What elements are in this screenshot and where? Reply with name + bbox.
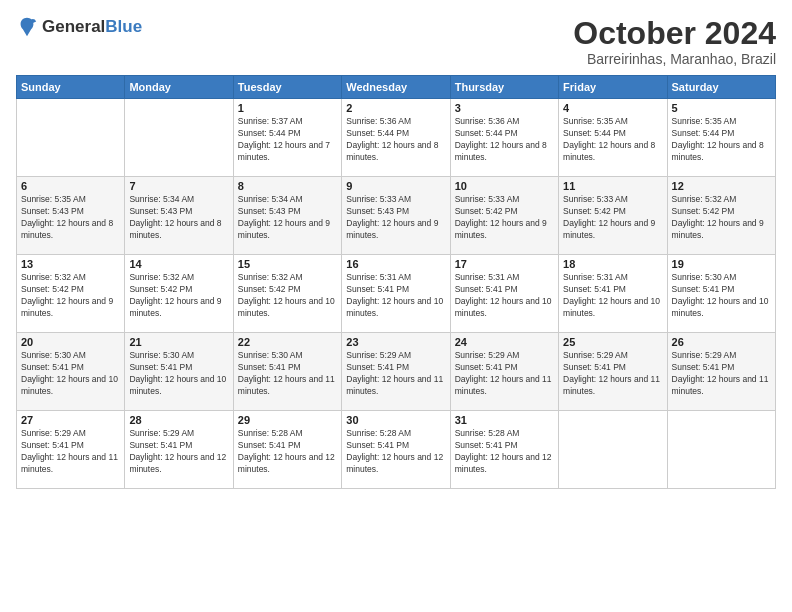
day-number: 28 (129, 414, 228, 426)
day-info: Sunrise: 5:31 AM Sunset: 5:41 PM Dayligh… (563, 272, 662, 320)
day-info: Sunrise: 5:28 AM Sunset: 5:41 PM Dayligh… (346, 428, 445, 476)
cell-2-2: 15Sunrise: 5:32 AM Sunset: 5:42 PM Dayli… (233, 255, 341, 333)
logo-blue: Blue (105, 17, 142, 36)
cell-2-4: 17Sunrise: 5:31 AM Sunset: 5:41 PM Dayli… (450, 255, 558, 333)
cell-0-3: 2Sunrise: 5:36 AM Sunset: 5:44 PM Daylig… (342, 99, 450, 177)
day-number: 27 (21, 414, 120, 426)
day-info: Sunrise: 5:37 AM Sunset: 5:44 PM Dayligh… (238, 116, 337, 164)
day-info: Sunrise: 5:29 AM Sunset: 5:41 PM Dayligh… (129, 428, 228, 476)
day-number: 12 (672, 180, 771, 192)
header-sunday: Sunday (17, 76, 125, 99)
cell-0-1 (125, 99, 233, 177)
cell-0-5: 4Sunrise: 5:35 AM Sunset: 5:44 PM Daylig… (559, 99, 667, 177)
header-row: Sunday Monday Tuesday Wednesday Thursday… (17, 76, 776, 99)
day-info: Sunrise: 5:36 AM Sunset: 5:44 PM Dayligh… (455, 116, 554, 164)
cell-3-2: 22Sunrise: 5:30 AM Sunset: 5:41 PM Dayli… (233, 333, 341, 411)
week-row-5: 27Sunrise: 5:29 AM Sunset: 5:41 PM Dayli… (17, 411, 776, 489)
day-info: Sunrise: 5:30 AM Sunset: 5:41 PM Dayligh… (238, 350, 337, 398)
day-number: 8 (238, 180, 337, 192)
day-info: Sunrise: 5:28 AM Sunset: 5:41 PM Dayligh… (238, 428, 337, 476)
day-number: 20 (21, 336, 120, 348)
day-info: Sunrise: 5:31 AM Sunset: 5:41 PM Dayligh… (346, 272, 445, 320)
day-number: 10 (455, 180, 554, 192)
day-number: 4 (563, 102, 662, 114)
cell-0-6: 5Sunrise: 5:35 AM Sunset: 5:44 PM Daylig… (667, 99, 775, 177)
cell-3-3: 23Sunrise: 5:29 AM Sunset: 5:41 PM Dayli… (342, 333, 450, 411)
calendar-table: Sunday Monday Tuesday Wednesday Thursday… (16, 75, 776, 489)
day-info: Sunrise: 5:35 AM Sunset: 5:44 PM Dayligh… (563, 116, 662, 164)
calendar-page: GeneralBlue October 2024 Barreirinhas, M… (0, 0, 792, 612)
day-number: 6 (21, 180, 120, 192)
header-monday: Monday (125, 76, 233, 99)
week-row-1: 1Sunrise: 5:37 AM Sunset: 5:44 PM Daylig… (17, 99, 776, 177)
cell-4-6 (667, 411, 775, 489)
day-info: Sunrise: 5:29 AM Sunset: 5:41 PM Dayligh… (21, 428, 120, 476)
header-tuesday: Tuesday (233, 76, 341, 99)
cell-1-6: 12Sunrise: 5:32 AM Sunset: 5:42 PM Dayli… (667, 177, 775, 255)
day-number: 7 (129, 180, 228, 192)
day-number: 25 (563, 336, 662, 348)
day-info: Sunrise: 5:30 AM Sunset: 5:41 PM Dayligh… (129, 350, 228, 398)
day-number: 24 (455, 336, 554, 348)
day-number: 29 (238, 414, 337, 426)
header-wednesday: Wednesday (342, 76, 450, 99)
day-number: 19 (672, 258, 771, 270)
cell-4-3: 30Sunrise: 5:28 AM Sunset: 5:41 PM Dayli… (342, 411, 450, 489)
cell-3-6: 26Sunrise: 5:29 AM Sunset: 5:41 PM Dayli… (667, 333, 775, 411)
logo-text: GeneralBlue (42, 17, 142, 37)
cell-3-4: 24Sunrise: 5:29 AM Sunset: 5:41 PM Dayli… (450, 333, 558, 411)
day-number: 11 (563, 180, 662, 192)
calendar-subtitle: Barreirinhas, Maranhao, Brazil (573, 51, 776, 67)
page-header: GeneralBlue October 2024 Barreirinhas, M… (16, 16, 776, 67)
day-number: 13 (21, 258, 120, 270)
day-info: Sunrise: 5:32 AM Sunset: 5:42 PM Dayligh… (238, 272, 337, 320)
cell-4-5 (559, 411, 667, 489)
cell-0-0 (17, 99, 125, 177)
cell-0-4: 3Sunrise: 5:36 AM Sunset: 5:44 PM Daylig… (450, 99, 558, 177)
cell-0-2: 1Sunrise: 5:37 AM Sunset: 5:44 PM Daylig… (233, 99, 341, 177)
day-number: 3 (455, 102, 554, 114)
day-info: Sunrise: 5:33 AM Sunset: 5:43 PM Dayligh… (346, 194, 445, 242)
cell-1-1: 7Sunrise: 5:34 AM Sunset: 5:43 PM Daylig… (125, 177, 233, 255)
day-info: Sunrise: 5:29 AM Sunset: 5:41 PM Dayligh… (563, 350, 662, 398)
cell-4-2: 29Sunrise: 5:28 AM Sunset: 5:41 PM Dayli… (233, 411, 341, 489)
day-info: Sunrise: 5:30 AM Sunset: 5:41 PM Dayligh… (672, 272, 771, 320)
day-info: Sunrise: 5:28 AM Sunset: 5:41 PM Dayligh… (455, 428, 554, 476)
cell-3-5: 25Sunrise: 5:29 AM Sunset: 5:41 PM Dayli… (559, 333, 667, 411)
day-info: Sunrise: 5:31 AM Sunset: 5:41 PM Dayligh… (455, 272, 554, 320)
day-info: Sunrise: 5:34 AM Sunset: 5:43 PM Dayligh… (129, 194, 228, 242)
cell-4-4: 31Sunrise: 5:28 AM Sunset: 5:41 PM Dayli… (450, 411, 558, 489)
week-row-2: 6Sunrise: 5:35 AM Sunset: 5:43 PM Daylig… (17, 177, 776, 255)
day-number: 5 (672, 102, 771, 114)
day-info: Sunrise: 5:30 AM Sunset: 5:41 PM Dayligh… (21, 350, 120, 398)
day-info: Sunrise: 5:32 AM Sunset: 5:42 PM Dayligh… (21, 272, 120, 320)
logo: GeneralBlue (16, 16, 142, 38)
day-info: Sunrise: 5:29 AM Sunset: 5:41 PM Dayligh… (346, 350, 445, 398)
day-number: 26 (672, 336, 771, 348)
cell-3-0: 20Sunrise: 5:30 AM Sunset: 5:41 PM Dayli… (17, 333, 125, 411)
day-info: Sunrise: 5:32 AM Sunset: 5:42 PM Dayligh… (129, 272, 228, 320)
cell-2-5: 18Sunrise: 5:31 AM Sunset: 5:41 PM Dayli… (559, 255, 667, 333)
header-thursday: Thursday (450, 76, 558, 99)
cell-1-5: 11Sunrise: 5:33 AM Sunset: 5:42 PM Dayli… (559, 177, 667, 255)
day-number: 15 (238, 258, 337, 270)
cell-3-1: 21Sunrise: 5:30 AM Sunset: 5:41 PM Dayli… (125, 333, 233, 411)
day-number: 18 (563, 258, 662, 270)
cell-2-1: 14Sunrise: 5:32 AM Sunset: 5:42 PM Dayli… (125, 255, 233, 333)
day-info: Sunrise: 5:35 AM Sunset: 5:43 PM Dayligh… (21, 194, 120, 242)
day-info: Sunrise: 5:33 AM Sunset: 5:42 PM Dayligh… (455, 194, 554, 242)
day-number: 1 (238, 102, 337, 114)
cell-2-0: 13Sunrise: 5:32 AM Sunset: 5:42 PM Dayli… (17, 255, 125, 333)
day-number: 21 (129, 336, 228, 348)
cell-4-0: 27Sunrise: 5:29 AM Sunset: 5:41 PM Dayli… (17, 411, 125, 489)
day-number: 23 (346, 336, 445, 348)
logo-general: General (42, 17, 105, 36)
day-info: Sunrise: 5:32 AM Sunset: 5:42 PM Dayligh… (672, 194, 771, 242)
cell-1-3: 9Sunrise: 5:33 AM Sunset: 5:43 PM Daylig… (342, 177, 450, 255)
day-number: 22 (238, 336, 337, 348)
calendar-title: October 2024 (573, 16, 776, 51)
day-number: 30 (346, 414, 445, 426)
day-info: Sunrise: 5:35 AM Sunset: 5:44 PM Dayligh… (672, 116, 771, 164)
day-info: Sunrise: 5:29 AM Sunset: 5:41 PM Dayligh… (455, 350, 554, 398)
day-number: 16 (346, 258, 445, 270)
